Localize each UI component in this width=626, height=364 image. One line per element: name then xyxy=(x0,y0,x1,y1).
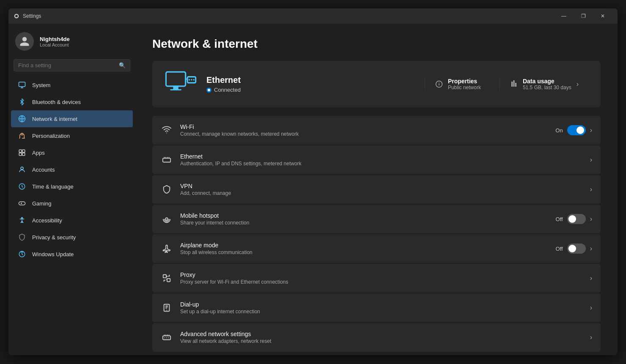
minimize-button[interactable]: — xyxy=(554,8,574,24)
setting-row-hotspot[interactable]: Mobile hotspot Share your internet conne… xyxy=(152,205,601,233)
toggle-label-airplane: Off xyxy=(556,246,563,252)
setting-right-hotspot: Off › xyxy=(556,214,592,224)
info-icon xyxy=(435,80,443,88)
setting-right-ethernet: › xyxy=(590,156,592,164)
setting-desc-wifi: Connect, manage known networks, metered … xyxy=(180,131,548,137)
avatar xyxy=(15,32,34,51)
setting-info-dialup: Dial-up Set up a dial-up internet connec… xyxy=(180,301,582,315)
nav-icon-gaming xyxy=(18,199,26,208)
nav-label-network: Network & internet xyxy=(32,116,77,122)
close-button[interactable]: ✕ xyxy=(593,8,612,24)
sidebar-item-system[interactable]: System xyxy=(11,77,133,93)
setting-row-vpn[interactable]: VPN Add, connect, manage › xyxy=(152,175,601,204)
setting-row-advanced[interactable]: Advanced network settings View all netwo… xyxy=(152,323,601,352)
user-section[interactable]: Nightsh4de Local Account xyxy=(8,27,135,59)
nav-label-accessibility: Accessibility xyxy=(32,217,62,224)
nav-icon-accessibility xyxy=(18,216,26,224)
window-controls: — ❐ ✕ xyxy=(554,8,612,24)
maximize-button[interactable]: ❐ xyxy=(574,8,593,24)
setting-title-advanced: Advanced network settings xyxy=(180,331,582,337)
settings-app-icon xyxy=(14,13,19,19)
setting-row-airplane[interactable]: Airplane mode Stop all wireless communic… xyxy=(152,234,601,263)
sidebar-item-personalization[interactable]: Personalization xyxy=(11,127,133,144)
sidebar-item-update[interactable]: Windows Update xyxy=(11,246,133,263)
data-usage-icon xyxy=(510,80,518,88)
setting-desc-airplane: Stop all wireless communication xyxy=(180,249,548,255)
toggle-knob-hotspot xyxy=(568,215,576,223)
properties-section[interactable]: Properties Public network xyxy=(425,78,491,90)
nav-label-apps: Apps xyxy=(32,150,45,156)
properties-info: Properties Public network xyxy=(448,78,481,90)
toggle-airplane[interactable] xyxy=(567,244,586,254)
data-usage-info: Data usage 51.5 GB, last 30 days xyxy=(523,78,571,90)
nav-list: System Bluetooth & devices Network & int… xyxy=(8,77,135,263)
sidebar-item-accounts[interactable]: Accounts xyxy=(11,161,133,178)
setting-desc-vpn: Add, connect, manage xyxy=(180,190,582,196)
data-usage-section[interactable]: Data usage 51.5 GB, last 30 days › xyxy=(500,78,589,90)
sidebar-item-bluetooth[interactable]: Bluetooth & devices xyxy=(11,93,133,110)
ethernet-banner[interactable]: Ethernet Connected Properties Public net… xyxy=(152,61,601,107)
properties-sub: Public network xyxy=(448,85,481,90)
nav-label-update: Windows Update xyxy=(32,251,74,257)
svg-point-31 xyxy=(165,337,165,338)
sidebar-item-accessibility[interactable]: Accessibility xyxy=(11,212,133,229)
setting-desc-advanced: View all network adapters, network reset xyxy=(180,338,582,344)
data-usage-label: Data usage xyxy=(523,78,571,85)
setting-desc-ethernet: Authentication, IP and DNS settings, met… xyxy=(180,161,582,167)
svg-point-7 xyxy=(21,167,23,170)
sidebar-item-time[interactable]: Time & language xyxy=(11,178,133,195)
toggle-wifi[interactable] xyxy=(567,125,586,135)
nav-label-bluetooth: Bluetooth & devices xyxy=(32,99,81,105)
sidebar-item-apps[interactable]: Apps xyxy=(11,144,133,161)
nav-icon-accounts xyxy=(18,165,26,174)
setting-right-wifi: On › xyxy=(555,125,592,135)
setting-row-ethernet[interactable]: Ethernet Authentication, IP and DNS sett… xyxy=(152,145,601,174)
setting-icon-proxy xyxy=(161,272,173,284)
svg-rect-13 xyxy=(173,86,178,89)
svg-point-20 xyxy=(208,89,210,91)
setting-row-wifi[interactable]: Wi-Fi Connect, manage known networks, me… xyxy=(152,116,601,145)
toggle-knob-wifi xyxy=(577,126,584,134)
nav-icon-privacy xyxy=(18,233,26,241)
settings-window: Settings — ❐ ✕ Nightsh4de Local Account xyxy=(8,8,618,355)
setting-right-vpn: › xyxy=(590,186,592,193)
svg-point-18 xyxy=(193,79,195,81)
content-area: Network & internet xyxy=(135,24,618,355)
username: Nightsh4de xyxy=(40,36,70,42)
chevron-proxy: › xyxy=(590,274,592,282)
setting-title-ethernet: Ethernet xyxy=(180,153,582,160)
main-layout: Nightsh4de Local Account 🔍 System Blueto… xyxy=(8,24,618,355)
setting-icon-hotspot xyxy=(161,213,173,225)
setting-row-dialup[interactable]: Dial-up Set up a dial-up internet connec… xyxy=(152,293,601,322)
page-title: Network & internet xyxy=(152,37,601,51)
nav-icon-bluetooth xyxy=(18,98,26,106)
sidebar-item-network[interactable]: Network & internet xyxy=(11,110,133,127)
svg-point-16 xyxy=(189,79,190,81)
svg-rect-24 xyxy=(163,158,170,162)
window-title: Settings xyxy=(23,13,554,19)
search-input[interactable] xyxy=(18,62,119,68)
setting-icon-wifi xyxy=(161,124,173,136)
svg-rect-26 xyxy=(163,275,166,278)
nav-label-privacy: Privacy & security xyxy=(32,234,76,241)
sidebar-item-privacy[interactable]: Privacy & security xyxy=(11,229,133,246)
toggle-hotspot[interactable] xyxy=(567,214,586,224)
nav-label-system: System xyxy=(32,82,50,88)
svg-rect-6 xyxy=(22,153,25,156)
data-usage-chevron[interactable]: › xyxy=(577,80,579,88)
sidebar-item-gaming[interactable]: Gaming xyxy=(11,195,133,212)
setting-row-proxy[interactable]: Proxy Proxy server for Wi-Fi and Etherne… xyxy=(152,264,601,293)
setting-icon-airplane xyxy=(161,243,173,255)
connected-label: Connected xyxy=(214,87,241,93)
setting-right-dialup: › xyxy=(590,304,592,312)
toggle-knob-airplane xyxy=(568,245,576,252)
setting-desc-hotspot: Share your internet connection xyxy=(180,220,548,226)
nav-label-accounts: Accounts xyxy=(32,167,55,173)
svg-point-32 xyxy=(166,337,167,338)
setting-info-proxy: Proxy Proxy server for Wi-Fi and Etherne… xyxy=(180,271,582,285)
ethernet-info: Ethernet Connected xyxy=(206,75,416,93)
setting-info-wifi: Wi-Fi Connect, manage known networks, me… xyxy=(180,123,548,137)
search-box[interactable]: 🔍 xyxy=(14,59,130,71)
nav-icon-network xyxy=(18,115,26,123)
setting-info-airplane: Airplane mode Stop all wireless communic… xyxy=(180,242,548,255)
